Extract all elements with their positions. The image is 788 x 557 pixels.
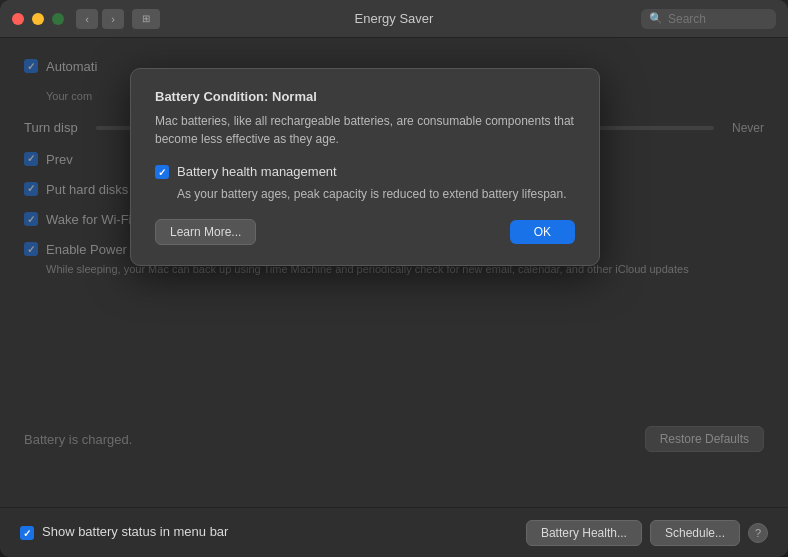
learn-more-button[interactable]: Learn More... [155, 219, 256, 245]
bottom-left: ✓ Show battery status in menu bar [20, 523, 228, 541]
minimize-button[interactable] [32, 13, 44, 25]
bottom-right: Battery Health... Schedule... ? [526, 520, 768, 546]
main-content: ✓ Automati Your com Turn disp Never ✓ Pr… [0, 38, 788, 507]
show-battery-label: Show battery status in menu bar [42, 523, 228, 541]
modal-description: Mac batteries, like all rechargeable bat… [155, 112, 575, 148]
maximize-button[interactable] [52, 13, 64, 25]
window-title: Energy Saver [355, 11, 434, 26]
forward-button[interactable]: › [102, 9, 124, 29]
ok-button[interactable]: OK [510, 220, 575, 244]
modal-buttons: Learn More... OK [155, 219, 575, 245]
bottom-bar: ✓ Show battery status in menu bar Batter… [0, 507, 788, 557]
search-input[interactable] [668, 12, 768, 26]
search-box[interactable]: 🔍 [641, 9, 776, 29]
help-button[interactable]: ? [748, 523, 768, 543]
modal-title: Battery Condition: Normal [155, 89, 575, 104]
battery-health-label: Battery health management [177, 164, 337, 179]
schedule-button[interactable]: Schedule... [650, 520, 740, 546]
traffic-lights [12, 13, 64, 25]
titlebar: ‹ › ⊞ Energy Saver 🔍 [0, 0, 788, 38]
battery-health-button[interactable]: Battery Health... [526, 520, 642, 546]
show-battery-checkbox[interactable]: ✓ [20, 526, 34, 540]
grid-button[interactable]: ⊞ [132, 9, 160, 29]
modal-overlay: Battery Condition: Normal Mac batteries,… [0, 38, 788, 507]
battery-health-desc: As your battery ages, peak capacity is r… [177, 185, 575, 203]
battery-health-row: ✓ Battery health management [155, 164, 575, 179]
main-window: ‹ › ⊞ Energy Saver 🔍 ✓ Automati Your com… [0, 0, 788, 557]
close-button[interactable] [12, 13, 24, 25]
battery-condition-modal: Battery Condition: Normal Mac batteries,… [130, 68, 600, 266]
search-icon: 🔍 [649, 12, 663, 25]
back-button[interactable]: ‹ [76, 9, 98, 29]
battery-health-checkbox[interactable]: ✓ [155, 165, 169, 179]
nav-buttons: ‹ › ⊞ [76, 9, 160, 29]
